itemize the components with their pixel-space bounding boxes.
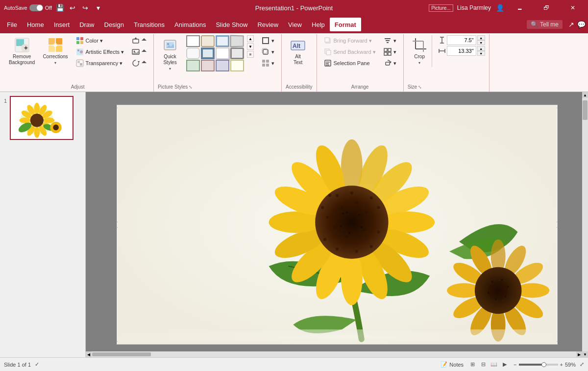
menu-animations[interactable]: Animations [170, 18, 211, 31]
corrections-button[interactable]: Corrections ▾ [40, 35, 71, 67]
menu-review[interactable]: Review [252, 18, 283, 31]
minimize-button[interactable]: 🗕 [509, 0, 531, 16]
scrollbar-horizontal[interactable]: ◀ ▶ [86, 351, 582, 357]
picture-layout-btn[interactable]: ▾ [259, 58, 277, 69]
change-picture-btn[interactable] [129, 46, 149, 57]
ribbon-group-adjust: ✦ RemoveBackground Corrections [2, 34, 154, 92]
scroll-right-button[interactable]: ▶ [576, 351, 582, 357]
crop-button[interactable]: Crop ▾ [408, 35, 432, 67]
style-thumb-12[interactable] [230, 60, 244, 71]
style-thumb-5[interactable] [186, 47, 200, 59]
group-btn[interactable]: ▾ [381, 46, 399, 57]
style-thumb-6[interactable] [201, 47, 215, 59]
fit-window-btn[interactable]: ⤢ [580, 361, 584, 368]
artistic-effects-button[interactable]: Artistic Effects ▾ [73, 46, 127, 57]
zoom-in-btn[interactable]: + [560, 362, 563, 368]
svg-point-74 [43, 117, 54, 123]
menu-search[interactable]: 🔍 Tell me [527, 20, 563, 29]
menu-draw[interactable]: Draw [74, 18, 99, 31]
menu-format[interactable]: Format [330, 18, 361, 31]
style-thumb-4[interactable] [230, 35, 244, 47]
transparency-button[interactable]: Transparency ▾ [73, 58, 127, 69]
zoom-slider[interactable] [519, 364, 558, 366]
svg-marker-27 [142, 61, 147, 63]
reset-picture-btn[interactable] [129, 58, 149, 69]
scroll-down-button[interactable]: ▼ [582, 351, 588, 357]
picture-border-btn[interactable]: ▾ [259, 35, 277, 46]
remove-background-button[interactable]: ✦ RemoveBackground [6, 35, 38, 68]
autosave-toggle[interactable] [29, 4, 43, 11]
normal-view-btn[interactable]: ⊞ [467, 360, 477, 370]
customize-icon[interactable]: ▾ [93, 3, 103, 13]
style-thumb-10[interactable] [201, 60, 215, 71]
slideshow-btn[interactable]: ▶ [500, 360, 510, 370]
scroll-left-button[interactable]: ◀ [86, 351, 92, 357]
slide-info: Slide 1 of 1 [4, 362, 31, 368]
height-spin-up[interactable]: ▲ [477, 35, 485, 40]
style-thumb-2[interactable] [201, 35, 215, 47]
menu-slideshow[interactable]: Slide Show [211, 18, 252, 31]
undo-icon[interactable]: ↩ [68, 3, 77, 13]
style-thumb-3[interactable] [216, 35, 229, 47]
zoom-knob[interactable] [541, 362, 546, 367]
quick-styles-button[interactable]: QuickStyles ▾ [158, 35, 182, 73]
size-expand-icon[interactable]: ⤡ [418, 85, 422, 90]
reading-view-btn[interactable]: 📖 [489, 360, 499, 370]
style-thumb-8[interactable] [230, 47, 244, 59]
picture-styles-expand-icon[interactable]: ⤡ [189, 85, 193, 90]
menu-transitions[interactable]: Transitions [129, 18, 170, 31]
menu-insert[interactable]: Insert [49, 18, 75, 31]
menu-home[interactable]: Home [22, 18, 49, 31]
style-thumb-9[interactable] [186, 60, 200, 71]
redo-icon[interactable]: ↪ [80, 3, 90, 13]
style-thumb-1[interactable] [186, 35, 200, 47]
svg-point-71 [34, 103, 40, 114]
arrange-btns: Bring Forward ▾ Send Backward ▾ Selectio… [321, 35, 379, 69]
picture-effects-label: ▾ [271, 49, 274, 55]
notes-button[interactable]: 📝 Notes [441, 361, 464, 368]
menu-design[interactable]: Design [99, 18, 129, 31]
picture-effects-btn[interactable]: ▾ [259, 46, 277, 57]
slide-thumbnail[interactable] [10, 96, 74, 140]
arrange-icon-btns: ▾ ▾ ▾ [381, 35, 399, 69]
color-button[interactable]: Color ▾ [73, 35, 127, 46]
align-btn[interactable]: ▾ [381, 35, 399, 46]
corrections-label: Corrections [43, 54, 68, 60]
width-spin-down[interactable]: ▼ [477, 51, 485, 56]
rotate-btn[interactable]: ▾ [381, 58, 399, 69]
svg-rect-10 [80, 37, 83, 40]
height-input[interactable]: 7.5" [447, 35, 476, 45]
profile-icon[interactable]: 👤 [495, 3, 505, 13]
gallery-more-btn[interactable]: ≡ [247, 51, 254, 58]
style-thumb-7[interactable] [216, 47, 229, 59]
alt-text-button[interactable]: Alt AltText [286, 35, 310, 68]
arrange-label: Arrange [321, 82, 399, 91]
menu-file[interactable]: File [2, 18, 22, 31]
style-thumb-11[interactable] [216, 60, 229, 71]
height-spin-down[interactable]: ▼ [477, 40, 485, 45]
svg-rect-37 [266, 60, 269, 63]
scroll-thumb-v[interactable] [583, 100, 588, 120]
slide-sorter-btn[interactable]: ⊟ [478, 360, 488, 370]
zoom-out-btn[interactable]: − [514, 362, 516, 368]
scroll-up-button[interactable]: ▲ [582, 92, 588, 98]
bring-forward-button[interactable]: Bring Forward ▾ [321, 35, 379, 46]
share-icon[interactable]: ↗ [566, 20, 576, 29]
compress-btn[interactable] [129, 35, 149, 46]
svg-rect-36 [262, 60, 265, 63]
restore-button[interactable]: 🗗 [535, 0, 558, 16]
selection-pane-button[interactable]: Selection Pane [321, 58, 379, 69]
width-input[interactable]: 13.33" [447, 46, 476, 56]
scroll-thumb-h[interactable] [92, 352, 151, 356]
save-icon[interactable]: 💾 [55, 3, 65, 13]
svg-point-119 [355, 250, 358, 253]
gallery-down-btn[interactable]: ▼ [247, 43, 254, 50]
scrollbar-vertical[interactable]: ▲ ▼ [582, 92, 588, 357]
comment-icon[interactable]: 💬 [576, 20, 586, 29]
gallery-up-btn[interactable]: ▲ [247, 35, 254, 42]
menu-help[interactable]: Help [307, 18, 330, 31]
send-backward-button[interactable]: Send Backward ▾ [321, 46, 379, 57]
menu-view[interactable]: View [283, 18, 307, 31]
close-button[interactable]: ✕ [562, 0, 584, 16]
width-spin-up[interactable]: ▲ [477, 46, 485, 51]
